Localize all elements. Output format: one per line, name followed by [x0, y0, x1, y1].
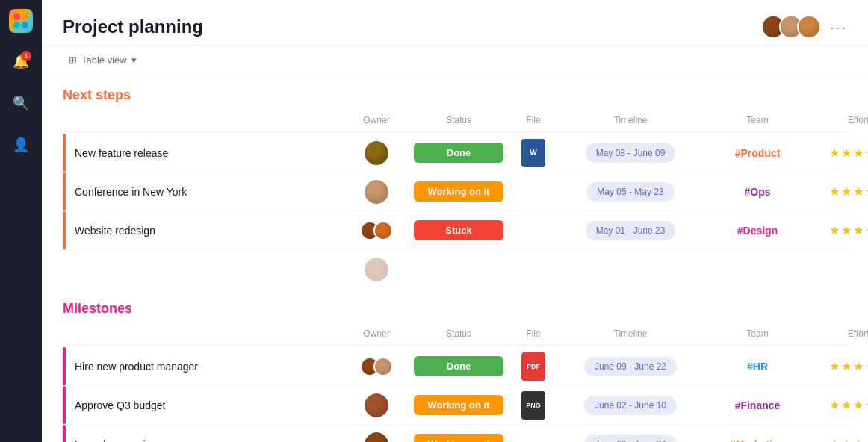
team-cell: #Finance — [705, 399, 810, 411]
team-cell: #Product — [705, 147, 810, 159]
team-tag: #Finance — [735, 399, 781, 411]
status-badge: Stuck — [414, 220, 503, 240]
timeline-cell: May 01 - June 23 — [556, 221, 705, 240]
file-cell: W — [511, 139, 556, 167]
star-1: ★ — [829, 398, 840, 412]
owner-avatar-b — [373, 357, 393, 376]
table-row: Conference in New York Working on it May… — [63, 172, 847, 211]
team-tag: #Ops — [744, 186, 770, 198]
col-header-name — [63, 326, 347, 342]
status-badge: Done — [414, 356, 503, 376]
app-logo — [9, 9, 33, 33]
star-3: ★ — [853, 146, 864, 160]
status-cell: Working on it — [406, 181, 511, 202]
effort-cell: ★ ★ ★ ★ ★ — [810, 398, 868, 412]
status-badge: Working on it — [414, 181, 503, 202]
timeline-cell: June 02 - June 24 — [556, 435, 705, 443]
col-header-status: Status — [406, 326, 511, 342]
sidebar-item-people[interactable]: 👤 — [7, 131, 34, 158]
table-row: Launch campaign Working on it June 02 - … — [63, 425, 847, 442]
table-row: Website redesign Stuck May 01 - June 23 … — [63, 211, 847, 250]
star-4: ★ — [865, 398, 868, 412]
owner-cell — [347, 141, 406, 165]
owner-avatars — [360, 357, 393, 376]
effort-cell: ★ ★ ★ ★ ★ — [810, 359, 868, 373]
table-row: Approve Q3 budget Working on it PNG June… — [63, 386, 847, 425]
row-name: Approve Q3 budget — [63, 399, 347, 411]
star-3: ★ — [853, 223, 864, 237]
toolbar: ⊞ Table view ▾ — [42, 46, 868, 75]
table-row: New feature release Done W May 08 - June… — [63, 134, 847, 172]
team-tag: #Marketing — [730, 438, 785, 443]
col-header-file: File — [511, 326, 556, 342]
table-row: Hire new product manager Done PDF June 0… — [63, 347, 847, 386]
timeline-badge: May 08 - June 09 — [586, 143, 676, 163]
status-cell: Done — [406, 143, 511, 163]
status-cell: Stuck — [406, 220, 511, 240]
star-3: ★ — [853, 437, 864, 442]
row-name: Hire new product manager — [63, 361, 347, 373]
star-4: ★ — [865, 146, 868, 160]
col-header-team: Team — [705, 326, 810, 342]
star-2: ★ — [841, 146, 852, 160]
chevron-down-icon: ▾ — [131, 55, 137, 66]
team-tag: #Product — [735, 147, 781, 159]
timeline-badge: May 05 - May 23 — [586, 182, 674, 202]
star-1: ★ — [829, 223, 840, 237]
timeline-badge: May 01 - June 23 — [586, 221, 676, 240]
header-actions: ··· — [761, 15, 847, 39]
owner-cell — [347, 357, 406, 376]
content-area: Next steps Owner Status File Timeline Te… — [42, 75, 868, 442]
owner-avatar — [365, 141, 388, 165]
row-name: Website redesign — [63, 225, 347, 237]
col-header-effort: Effort — [810, 112, 868, 128]
col-header-file: File — [511, 112, 556, 128]
team-tag: #HR — [747, 361, 768, 373]
star-2: ★ — [841, 359, 852, 373]
file-word-icon: W — [521, 139, 545, 167]
table-view-label: Table view — [81, 55, 127, 66]
star-4: ★ — [865, 184, 868, 199]
timeline-cell: June 09 - June 22 — [556, 357, 705, 376]
star-2: ★ — [841, 437, 852, 442]
effort-cell: ★ ★ ★ ★ ★ — [810, 437, 868, 442]
effort-cell: ★ ★ ★ ★ ★ — [810, 223, 868, 237]
team-cell: #Marketing — [705, 438, 810, 443]
owner-avatars — [360, 221, 393, 240]
collaborators-avatars — [761, 15, 821, 39]
page-header: Project planning ··· — [42, 0, 868, 46]
status-badge: Working on it — [414, 434, 503, 442]
col-header-effort: Effort — [810, 326, 868, 342]
owner-cell — [347, 393, 406, 417]
row-name: Launch campaign — [63, 438, 347, 443]
star-4: ★ — [865, 223, 868, 237]
status-cell: Working on it — [406, 434, 511, 442]
sidebar-item-notifications[interactable]: 🔔 1 — [7, 48, 34, 75]
col-header-timeline: Timeline — [556, 112, 705, 128]
main-content: Project planning ··· ⊞ Table view ▾ Next… — [42, 0, 868, 442]
star-2: ★ — [841, 184, 852, 199]
timeline-cell: May 08 - June 09 — [556, 143, 705, 163]
avatar-3 — [797, 15, 821, 39]
star-3: ★ — [853, 359, 864, 373]
star-2: ★ — [841, 398, 852, 412]
col-header-owner: Owner — [347, 112, 406, 128]
timeline-cell: May 05 - May 23 — [556, 182, 705, 202]
star-1: ★ — [829, 437, 840, 442]
status-badge: Done — [414, 143, 503, 163]
table-icon: ⊞ — [69, 55, 77, 66]
star-2: ★ — [841, 223, 852, 237]
row-name: New feature release — [63, 147, 347, 159]
status-cell: Working on it — [406, 395, 511, 415]
table-view-button[interactable]: ⊞ Table view ▾ — [63, 52, 143, 69]
team-tag: #Design — [737, 225, 778, 237]
owner-avatar — [365, 393, 388, 417]
col-header-status: Status — [406, 112, 511, 128]
timeline-cell: June 02 - June 10 — [556, 396, 705, 415]
more-options-button[interactable]: ··· — [830, 19, 847, 36]
next-steps-section-title: Next steps — [63, 75, 847, 109]
effort-cell: ★ ★ ★ ★ ★ — [810, 184, 868, 199]
status-cell: Done — [406, 356, 511, 376]
col-header-team: Team — [705, 112, 810, 128]
sidebar-item-search[interactable]: 🔍 — [7, 90, 34, 116]
